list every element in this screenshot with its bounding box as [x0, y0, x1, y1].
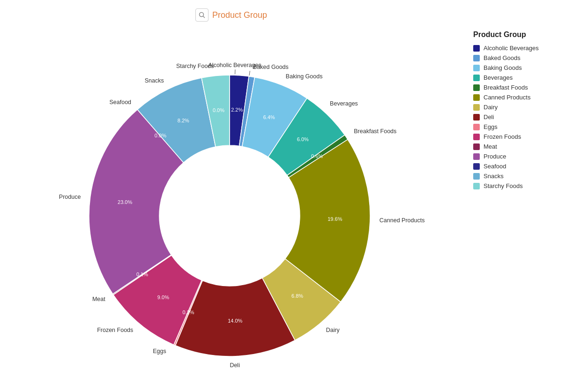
segment-pct-label: 6.0% — [297, 136, 309, 142]
donut-chart: 2.2%6.4%6.0%0.6%19.6%6.8%14.0%0.2%9.0%0.… — [14, 28, 464, 384]
segment-pct-label: 6.8% — [291, 293, 303, 299]
legend-item-label: Alcoholic Beverages — [484, 45, 539, 52]
segment-outer-label: Beverages — [330, 100, 358, 107]
segment-outer-label: Breakfast Foods — [354, 128, 396, 135]
legend-item: Starchy Foods — [473, 182, 586, 189]
legend-item: Beverages — [473, 74, 586, 81]
legend-color-swatch — [473, 163, 480, 170]
segment-pct-label: 0.1% — [136, 271, 148, 277]
segment-pct-label: 6.4% — [263, 114, 275, 120]
chart-title-area: Product Group — [195, 8, 267, 22]
legend-color-swatch — [473, 134, 480, 140]
legend-item: Baked Goods — [473, 54, 586, 61]
legend-item-label: Meat — [484, 143, 497, 150]
segment-outer-label: Deli — [230, 362, 240, 369]
legend-item-label: Snacks — [484, 173, 504, 180]
legend-color-swatch — [473, 124, 480, 130]
legend-color-swatch — [473, 65, 480, 71]
segment-pct-label: 8.2% — [178, 118, 189, 123]
legend-item: Canned Products — [473, 94, 586, 101]
legend-color-swatch — [473, 75, 480, 81]
segment-pct-label: 2.2% — [231, 107, 243, 113]
legend-item: Frozen Foods — [473, 133, 586, 140]
legend-items-list: Alcoholic BeveragesBaked GoodsBaking Goo… — [473, 45, 586, 189]
segment-outer-label: Eggs — [153, 348, 166, 354]
chart-title: Product Group — [212, 10, 267, 20]
segment-outer-label: Dairy — [326, 327, 340, 333]
legend-item: Eggs — [473, 123, 586, 130]
legend-color-swatch — [473, 45, 480, 52]
chart-title-icon — [195, 8, 208, 22]
chart-container: 2.2%6.4%6.0%0.6%19.6%6.8%14.0%0.2%9.0%0.… — [14, 28, 464, 384]
legend-item-label: Baking Goods — [484, 64, 522, 71]
segment-outer-label: Snacks — [145, 77, 164, 84]
segment-outer-label: Baking Goods — [286, 73, 323, 80]
svg-point-0 — [200, 13, 204, 17]
legend-item-label: Produce — [484, 153, 506, 160]
legend-color-swatch — [473, 183, 480, 189]
segment-pct-label: 19.6% — [327, 216, 342, 222]
legend-item-label: Breakfast Foods — [484, 84, 528, 91]
legend-item-label: Seafood — [484, 163, 506, 170]
legend-item: Dairy — [473, 104, 586, 111]
legend-item: Breakfast Foods — [473, 84, 586, 91]
segment-pct-label: 9.0% — [157, 294, 169, 300]
legend-item: Snacks — [473, 173, 586, 180]
segment-pct-label: 23.0% — [118, 199, 132, 205]
legend-item: Alcoholic Beverages — [473, 45, 586, 52]
legend-item-label: Deli — [484, 113, 494, 121]
legend-color-swatch — [473, 153, 480, 160]
segment-pct-label: 0.6% — [311, 153, 323, 159]
svg-line-3 — [249, 71, 250, 75]
legend-item-label: Dairy — [484, 104, 498, 111]
legend-item-label: Beverages — [484, 74, 513, 81]
legend-item-label: Frozen Foods — [484, 133, 521, 140]
segment-outer-label: Seafood — [109, 99, 131, 106]
legend-color-swatch — [473, 114, 480, 121]
legend-color-swatch — [473, 84, 480, 91]
legend-color-swatch — [473, 55, 480, 61]
segment-outer-label: Baked Goods — [253, 64, 289, 70]
legend-item-label: Baked Goods — [484, 54, 521, 61]
legend-item: Deli — [473, 113, 586, 121]
segment-outer-label: Produce — [59, 194, 81, 200]
segment-outer-label: Meat — [92, 296, 105, 302]
legend-color-swatch — [473, 143, 480, 150]
legend-color-swatch — [473, 173, 480, 180]
legend-title: Product Group — [473, 30, 586, 39]
legend-item: Meat — [473, 143, 586, 150]
segment-pct-label: 14.0% — [228, 318, 242, 324]
legend-color-swatch — [473, 104, 480, 111]
legend-item-label: Canned Products — [484, 94, 530, 101]
segment-outer-label: Frozen Foods — [97, 327, 133, 333]
segment-outer-label: Canned Products — [380, 217, 425, 224]
legend-item-label: Eggs — [484, 123, 498, 130]
segment-pct-label: 0.0% — [213, 107, 224, 113]
segment-pct-label: 0.2% — [183, 309, 194, 315]
svg-line-1 — [203, 16, 205, 18]
legend-item-label: Starchy Foods — [484, 182, 523, 189]
legend-color-swatch — [473, 94, 480, 101]
legend-item: Baking Goods — [473, 64, 586, 71]
segment-pct-label: 0.0% — [155, 133, 166, 138]
legend-item: Produce — [473, 153, 586, 160]
legend-item: Seafood — [473, 163, 586, 170]
legend-container: Product Group Alcoholic BeveragesBaked G… — [473, 30, 586, 192]
segment-outer-label: Starchy Foods — [176, 63, 214, 69]
